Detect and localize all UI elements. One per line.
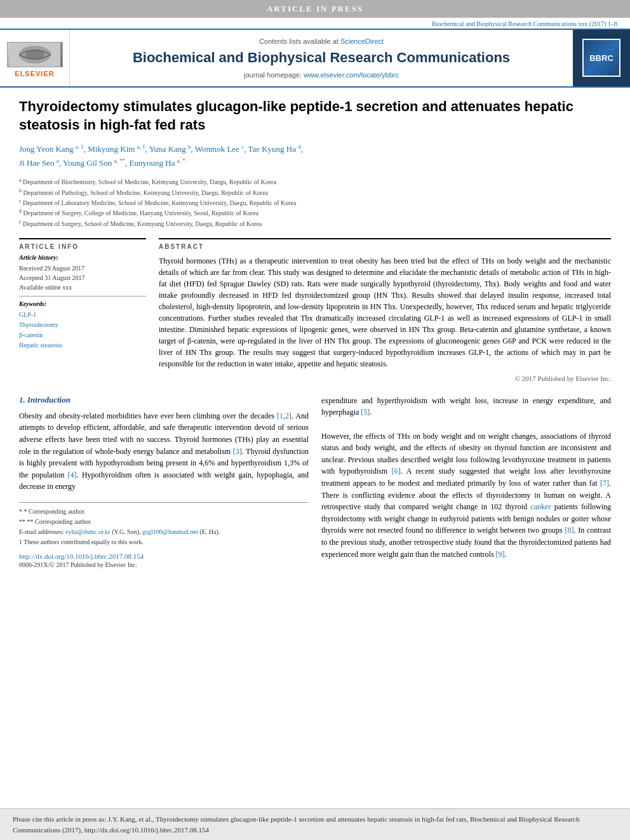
abstract-section: abstract Thyroid hormones (THs) as a the… <box>159 238 611 382</box>
email1-name: (Y.G. Son), <box>112 528 140 535</box>
keyword-glp1: GLP-1 <box>19 310 146 320</box>
affiliation-b: b Department of Pathology, School of Med… <box>19 187 611 197</box>
main-content: Thyroidectomy stimulates glucagon-like p… <box>0 88 630 808</box>
journal-ref-text: Biochemical and Biophysical Research Com… <box>432 20 617 27</box>
email2-name: (E. Ha). <box>199 528 220 535</box>
corresponding-1-text: * Corresponding author. <box>24 508 86 515</box>
intro-right-col: expenditure and hyperthyroidism with wei… <box>321 395 611 568</box>
article-info-box: article info Article history: Received 2… <box>19 238 146 350</box>
intro-left-text: Obesity and obesity-related morbidities … <box>19 410 309 493</box>
keyword-thyroidectomy: Thyroidectomy <box>19 320 146 330</box>
doi-line[interactable]: http://dx.doi.org/10.1016/j.bbrc.2017.08… <box>19 552 309 560</box>
affiliations: a Department of Biochemistry, School of … <box>19 177 611 229</box>
ref-8: [8] <box>565 526 573 535</box>
footnote-area: * * Corresponding author. ** ** Correspo… <box>19 502 309 547</box>
elsevier-image <box>7 42 63 67</box>
journal-title: Biochemical and Biophysical Research Com… <box>133 49 510 67</box>
equal-contribution: 1 These authors contributed equally to t… <box>19 537 309 547</box>
issn-line: 0006-291X/© 2017 Published by Elsevier I… <box>19 561 309 568</box>
ref-6: [6] <box>392 467 401 476</box>
abstract-label: abstract <box>159 243 611 250</box>
corresponding-2: ** ** Corresponding author. <box>19 517 309 527</box>
article-in-press-bar: ARTICLE IN PRESS <box>0 0 630 18</box>
bbrc-text: BBRC <box>589 53 613 63</box>
contents-line: Contents lists available at ScienceDirec… <box>259 37 384 45</box>
corresponding-1: * * Corresponding author. <box>19 507 309 517</box>
ref-1-2: [1,2] <box>277 411 292 420</box>
affiliation-c: c Department of Laboratory Medicine, Sch… <box>19 197 611 208</box>
ref-7: [7] <box>600 479 609 488</box>
keywords-section: Keywords: GLP-1 Thyroidectomy β-catenin … <box>19 296 146 350</box>
corresponding-2-text: ** Corresponding author. <box>27 518 92 525</box>
top-bar-text: ARTICLE IN PRESS <box>267 4 363 13</box>
abstract-text: Thyroid hormones (THs) as a therapeutic … <box>159 255 611 370</box>
article-info-label: article info <box>19 243 146 250</box>
header-area: ELSEVIER Contents lists available at Sci… <box>0 29 630 88</box>
authors-line: Jong Yeon Kang a, 1, Mikyung Kim a, 1, Y… <box>19 142 611 170</box>
copyright-line: © 2017 Published by Elsevier Inc. <box>159 375 611 382</box>
keywords-heading: Keywords: <box>19 300 146 307</box>
ref-3: [3] <box>233 447 242 456</box>
intro-left-col: 1. Introduction Obesity and obesity-rela… <box>19 395 309 568</box>
affiliation-d: d Department of Surgery, College of Medi… <box>19 208 611 218</box>
ref-4: [4] <box>68 470 77 479</box>
ref-9: [9] <box>496 550 505 559</box>
elsevier-logo-area: ELSEVIER <box>6 42 64 80</box>
header-right: BBRC <box>573 30 630 86</box>
journal-ref-line: Biochemical and Biophysical Research Com… <box>0 18 630 29</box>
affiliation-a: a Department of Biochemistry, School of … <box>19 177 611 187</box>
email-footnote: E-mail addresses: eyha@dsmc.or.kr (Y.G. … <box>19 527 309 537</box>
citation-bar: Please cite this article in press as: J.… <box>0 808 630 840</box>
keyword-beta-catenin: β-catenin <box>19 330 146 340</box>
contents-label: Contents lists available at <box>259 37 338 45</box>
introduction-section: 1. Introduction Obesity and obesity-rela… <box>19 395 611 568</box>
canker-word: canker <box>530 502 551 511</box>
header-left: ELSEVIER <box>0 30 70 86</box>
citation-text: Please cite this article in press as: J.… <box>13 815 579 834</box>
email1-link[interactable]: eyha@dsmc.or.kr <box>65 528 110 535</box>
accepted-line: Accepted 31 August 2017 <box>19 273 146 283</box>
received-line: Received 29 August 2017 <box>19 263 146 273</box>
article-title: Thyroidectomy stimulates glucagon-like p… <box>19 97 611 135</box>
journal-homepage-line: journal homepage: www.elsevier.com/locat… <box>244 71 399 79</box>
homepage-label: journal homepage: <box>244 71 302 79</box>
elsevier-illustration <box>10 43 60 67</box>
introduction-heading: 1. Introduction <box>19 395 309 405</box>
elsevier-brand-text: ELSEVIER <box>15 70 54 77</box>
affiliation-e: e Department of Surgery, School of Medic… <box>19 218 611 229</box>
ref-5: [5] <box>361 408 370 417</box>
page-wrapper: ARTICLE IN PRESS Biochemical and Biophys… <box>0 0 630 840</box>
header-center: Contents lists available at ScienceDirec… <box>70 30 573 86</box>
email2-link[interactable]: gsgl100@hanmail.net <box>142 528 198 535</box>
intro-right-text: expenditure and hyperthyroidism with wei… <box>321 395 611 560</box>
doi-text: http://dx.doi.org/10.1016/j.bbrc.2017.08… <box>19 552 144 560</box>
article-info-col: article info Article history: Received 2… <box>19 238 146 382</box>
email-label: E-mail addresses: <box>19 528 64 535</box>
article-info-abstract-section: article info Article history: Received 2… <box>19 238 611 382</box>
abstract-col: abstract Thyroid hormones (THs) as a the… <box>159 238 611 382</box>
science-direct-link[interactable]: ScienceDirect <box>340 37 384 45</box>
bbrc-logo: BBRC <box>582 39 620 77</box>
keyword-hepatic: Hepatic steatosis <box>19 340 146 350</box>
article-history-heading: Article history: <box>19 254 146 261</box>
available-line: Available online xxx <box>19 283 146 292</box>
homepage-url[interactable]: www.elsevier.com/locate/ybbrc <box>304 71 399 79</box>
